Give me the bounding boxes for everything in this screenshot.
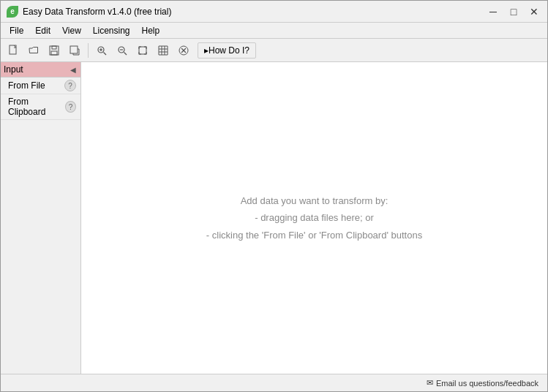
title-left: e Easy Data Transform v1.4.0 (free trial… (7, 6, 171, 18)
from-file-label: From File (8, 80, 45, 91)
zoom-fit-button[interactable] (133, 41, 152, 60)
svg-rect-2 (52, 46, 56, 49)
email-icon: ✉ (427, 378, 433, 388)
from-file-help-icon[interactable]: ? (64, 80, 76, 91)
from-file-item[interactable]: From File ? (1, 78, 80, 94)
svg-rect-3 (51, 51, 57, 55)
input-section-label: Input (4, 64, 23, 75)
app-icon: e (7, 6, 18, 18)
toolbar-separator-1 (88, 43, 89, 58)
saveas-button[interactable] (65, 41, 84, 60)
toolbar: ▸How Do I? (1, 39, 547, 62)
email-feedback-button[interactable]: ✉ Email us questions/feedback (424, 377, 541, 389)
from-clipboard-label: From Clipboard (8, 97, 65, 117)
menu-file[interactable]: File (4, 24, 29, 37)
maximize-button[interactable]: □ (506, 4, 521, 19)
placeholder-line2: - dragging data files here; or (206, 209, 422, 226)
close-button[interactable]: ✕ (527, 4, 541, 19)
placeholder-line1: Add data you want to transform by: (206, 192, 422, 209)
svg-rect-4 (70, 46, 78, 53)
input-section-header[interactable]: Input ◀ (1, 62, 80, 78)
zoom-in-button[interactable] (92, 41, 111, 60)
menu-licensing[interactable]: Licensing (87, 24, 136, 37)
menu-bar: File Edit View Licensing Help (1, 23, 547, 39)
svg-line-10 (124, 52, 127, 55)
content-area: Add data you want to transform by: - dra… (81, 62, 547, 374)
status-bar: ✉ Email us questions/feedback (1, 374, 547, 391)
placeholder-line3: - clicking the 'From File' or 'From Clip… (206, 227, 422, 244)
grid-button[interactable] (154, 41, 173, 60)
menu-view[interactable]: View (56, 24, 87, 37)
zoom-out-button[interactable] (113, 41, 132, 60)
how-do-i-button[interactable]: ▸How Do I? (198, 42, 256, 59)
cancel-button[interactable] (174, 41, 193, 60)
title-text: Easy Data Transform v1.4.0 (free trial) (23, 7, 171, 17)
save-button[interactable] (45, 41, 64, 60)
window-controls: ─ □ ✕ (486, 4, 541, 19)
svg-rect-12 (139, 47, 146, 54)
email-feedback-label: Email us questions/feedback (436, 379, 538, 388)
new-button[interactable] (4, 41, 23, 60)
open-button[interactable] (24, 41, 43, 60)
main-area: Input ◀ From File ? From Clipboard ? Add… (1, 62, 547, 374)
menu-help[interactable]: Help (136, 24, 166, 37)
minimize-button[interactable]: ─ (486, 4, 500, 19)
placeholder-text: Add data you want to transform by: - dra… (206, 192, 422, 244)
left-panel: Input ◀ From File ? From Clipboard ? (1, 62, 81, 374)
from-clipboard-item[interactable]: From Clipboard ? (1, 94, 80, 120)
input-section-arrow: ◀ (70, 66, 76, 74)
svg-line-6 (104, 52, 107, 55)
menu-edit[interactable]: Edit (29, 24, 56, 37)
title-bar: e Easy Data Transform v1.4.0 (free trial… (1, 1, 547, 23)
from-clipboard-help-icon[interactable]: ? (65, 101, 76, 113)
